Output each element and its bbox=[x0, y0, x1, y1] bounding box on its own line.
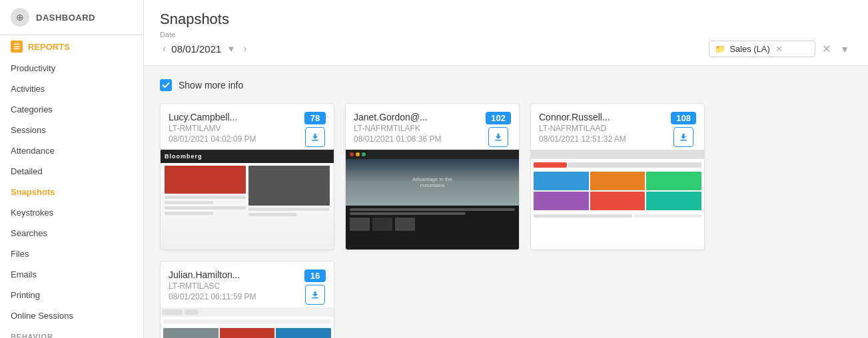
content-area: Show more info Lucy.Campbell... LT-RMTIL… bbox=[144, 66, 868, 338]
sidebar-item-printing[interactable]: Printing bbox=[0, 285, 143, 305]
screenshot-mountain: Advantage in themountains bbox=[346, 150, 519, 250]
card-datetime: 08/01/2021 06:11:59 PM bbox=[169, 292, 304, 301]
show-more-checkbox[interactable] bbox=[160, 79, 172, 91]
sidebar-item-files[interactable]: Files bbox=[0, 244, 143, 264]
app-logo: ⊕ bbox=[11, 8, 29, 27]
page-title: Snapshots bbox=[160, 11, 250, 28]
date-next-button[interactable]: › bbox=[240, 40, 249, 57]
screenshot-bloomberg: Bloomberg bbox=[161, 150, 334, 250]
download-button[interactable] bbox=[673, 127, 693, 147]
snapshot-card[interactable]: Janet.Gordon@... LT-NAFRMTILAFK 08/01/20… bbox=[345, 103, 520, 250]
card-datetime: 08/01/2021 12:51:32 AM bbox=[539, 134, 671, 144]
online-sessions-label: Online Sessions bbox=[11, 311, 73, 321]
card-info: Lucy.Campbell... LT-RMTILAMV 08/01/2021 … bbox=[169, 112, 304, 144]
card-header: Connor.Russell... LT-NAFRMTILAAD 08/01/2… bbox=[531, 104, 704, 150]
date-group: Date ‹ 08/01/2021 ▼ › bbox=[160, 31, 250, 57]
svg-rect-3 bbox=[312, 297, 318, 299]
card-username: Lucy.Campbell... bbox=[169, 112, 304, 122]
date-label: Date bbox=[160, 31, 250, 39]
reports-icon: ☰ bbox=[11, 41, 23, 53]
printing-label: Printing bbox=[11, 290, 40, 300]
filter-clear-button[interactable]: ✕ bbox=[819, 41, 833, 57]
title-date-group: Snapshots Date ‹ 08/01/2021 ▼ › bbox=[160, 11, 250, 57]
card-username: Connor.Russell... bbox=[539, 112, 671, 122]
card-screenshot: Advantage in themountains bbox=[346, 150, 519, 250]
sidebar-item-productivity[interactable]: Productivity bbox=[0, 58, 143, 79]
card-badge-download: 108 bbox=[671, 112, 696, 147]
filter-bar: 📁 Sales (LA) ✕ ✕ ▼ bbox=[709, 41, 852, 57]
snapshot-card[interactable]: Lucy.Campbell... LT-RMTILAMV 08/01/2021 … bbox=[160, 103, 334, 250]
reports-label: REPORTS bbox=[28, 42, 70, 52]
sidebar-item-emails[interactable]: Emails bbox=[0, 264, 143, 285]
show-more-label[interactable]: Show more info bbox=[179, 80, 243, 90]
svg-rect-0 bbox=[312, 140, 318, 141]
detailed-label: Detailed bbox=[11, 166, 43, 176]
svg-rect-2 bbox=[680, 140, 687, 141]
page-header: Snapshots Date ‹ 08/01/2021 ▼ › 📁 Sales … bbox=[144, 0, 868, 66]
card-info: Julian.Hamilton... LT-RMTILASC 08/01/202… bbox=[169, 269, 304, 301]
date-prev-button[interactable]: ‹ bbox=[160, 40, 169, 57]
dashboard-label[interactable]: DASHBOARD bbox=[36, 13, 95, 23]
sidebar-item-online-sessions[interactable]: Online Sessions bbox=[0, 305, 143, 326]
categories-label: Categories bbox=[11, 104, 53, 114]
card-screenshot bbox=[531, 150, 704, 250]
card-badge-download: 78 bbox=[304, 112, 326, 147]
files-label: Files bbox=[11, 249, 29, 259]
download-button[interactable] bbox=[305, 285, 325, 305]
card-username: Julian.Hamilton... bbox=[169, 269, 304, 280]
attendance-label: Attendance bbox=[11, 146, 55, 156]
card-machine: LT-RMTILASC bbox=[169, 281, 304, 291]
card-datetime: 08/01/2021 04:02:09 PM bbox=[169, 134, 304, 144]
card-header: Lucy.Campbell... LT-RMTILAMV 08/01/2021 … bbox=[161, 104, 334, 150]
searches-label: Searches bbox=[11, 228, 47, 238]
card-header: Janet.Gordon@... LT-NAFRMTILAFK 08/01/20… bbox=[346, 104, 519, 150]
productivity-label: Productivity bbox=[11, 63, 55, 73]
filter-name: Sales (LA) bbox=[729, 44, 770, 54]
emails-label: Emails bbox=[11, 269, 37, 279]
filter-dropdown-button[interactable]: ▼ bbox=[837, 43, 852, 56]
filter-chip-close-button[interactable]: ✕ bbox=[775, 44, 783, 54]
sidebar-item-activities[interactable]: Activities bbox=[0, 79, 143, 99]
sidebar-item-snapshots[interactable]: Snapshots bbox=[0, 182, 143, 202]
card-screenshot: Bloomberg bbox=[161, 150, 334, 250]
card-username: Janet.Gordon@... bbox=[354, 112, 486, 122]
card-count-badge: 16 bbox=[304, 269, 326, 282]
screenshot-news bbox=[161, 307, 334, 338]
screenshot-social bbox=[531, 150, 704, 250]
main-content: Snapshots Date ‹ 08/01/2021 ▼ › 📁 Sales … bbox=[144, 0, 868, 338]
snapshot-card[interactable]: Julian.Hamilton... LT-RMTILASC 08/01/202… bbox=[160, 261, 334, 338]
card-datetime: 08/01/2021 01:06:36 PM bbox=[354, 134, 486, 144]
svg-rect-1 bbox=[495, 140, 502, 141]
show-more-row: Show more info bbox=[160, 79, 852, 91]
sidebar-item-searches[interactable]: Searches bbox=[0, 223, 143, 244]
card-badge-download: 16 bbox=[304, 269, 326, 305]
activities-label: Activities bbox=[11, 84, 45, 94]
folder-icon: 📁 bbox=[715, 44, 725, 54]
card-machine: LT-RMTILAMV bbox=[169, 124, 304, 133]
date-value: 08/01/2021 bbox=[171, 43, 221, 55]
card-machine: LT-NAFRMTILAFK bbox=[354, 124, 486, 133]
sessions-label: Sessions bbox=[11, 125, 46, 135]
sidebar-item-sessions[interactable]: Sessions bbox=[0, 120, 143, 140]
sidebar-reports-section[interactable]: ☰ REPORTS bbox=[0, 35, 143, 58]
card-badge-download: 102 bbox=[486, 112, 511, 147]
keystrokes-label: Keystrokes bbox=[11, 208, 53, 218]
card-info: Connor.Russell... LT-NAFRMTILAAD 08/01/2… bbox=[539, 112, 671, 144]
card-header: Julian.Hamilton... LT-RMTILASC 08/01/202… bbox=[161, 261, 334, 307]
sidebar-item-detailed[interactable]: Detailed bbox=[0, 161, 143, 182]
card-screenshot bbox=[161, 307, 334, 338]
download-button[interactable] bbox=[305, 127, 325, 147]
sidebar-item-keystrokes[interactable]: Keystrokes bbox=[0, 202, 143, 223]
card-count-badge: 78 bbox=[304, 112, 326, 124]
sidebar: ⊕ DASHBOARD ☰ REPORTS Productivity Activ… bbox=[0, 0, 144, 338]
card-count-badge: 102 bbox=[486, 112, 511, 124]
behavior-section-label: BEHAVIOR bbox=[0, 326, 143, 338]
date-dropdown-button[interactable]: ▼ bbox=[224, 43, 238, 55]
snapshot-card[interactable]: Connor.Russell... LT-NAFRMTILAAD 08/01/2… bbox=[530, 103, 705, 250]
snapshots-grid: Lucy.Campbell... LT-RMTILAMV 08/01/2021 … bbox=[160, 103, 852, 338]
card-machine: LT-NAFRMTILAAD bbox=[539, 124, 671, 133]
sidebar-item-categories[interactable]: Categories bbox=[0, 99, 143, 120]
card-count-badge: 108 bbox=[671, 112, 696, 124]
sidebar-item-attendance[interactable]: Attendance bbox=[0, 140, 143, 161]
download-button[interactable] bbox=[488, 127, 508, 147]
